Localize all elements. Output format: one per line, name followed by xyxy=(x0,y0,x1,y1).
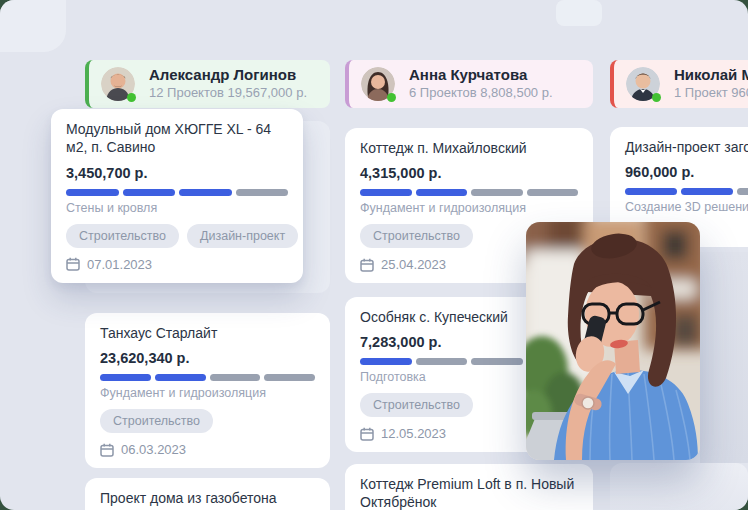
project-card-gazobeton[interactable]: Проект дома из газобетона xyxy=(85,478,330,510)
calendar-icon xyxy=(100,443,114,457)
person-name: Анна Курчатова xyxy=(409,66,553,85)
column-header-alexander[interactable]: Александр Логинов 12 Проектов 19,567,000… xyxy=(85,60,330,108)
project-card-hygge[interactable]: Модульный дом ХЮГГЕ XL - 64 м2, п. Савин… xyxy=(51,109,303,283)
calendar-icon xyxy=(360,258,374,272)
background-decoration xyxy=(556,0,602,26)
status-dot xyxy=(387,93,396,102)
card-date: 07.01.2023 xyxy=(66,257,288,272)
person-name: Николай Мельников xyxy=(674,66,748,85)
kanban-board: Александр Логинов 12 Проектов 19,567,000… xyxy=(0,0,748,510)
calendar-icon xyxy=(360,427,374,441)
tag: Строительство xyxy=(360,393,473,417)
person-summary: 6 Проектов 8,808,500 р. xyxy=(409,85,553,102)
card-amount: 4,315,000 р. xyxy=(360,165,578,181)
project-card-starlight[interactable]: Танхаус Старлайт 23,620,340 р. Фундамент… xyxy=(85,313,330,468)
card-title: Модульный дом ХЮГГЕ XL - 64 м2, п. Савин… xyxy=(66,120,288,157)
photo-woman-on-phone xyxy=(526,222,700,460)
card-stage: Фундамент и гидроизоляция xyxy=(360,201,578,215)
card-stage: Создание 3D решения xyxy=(625,200,748,214)
calendar-icon xyxy=(66,257,80,271)
status-dot xyxy=(652,93,661,102)
card-title: Коттедж п. Михайловский xyxy=(360,139,578,157)
progress-bar xyxy=(360,189,578,196)
avatar xyxy=(361,67,395,101)
project-card-hidden[interactable] xyxy=(610,463,748,510)
person-summary: 1 Проект 960,000 р. xyxy=(674,85,748,102)
avatar xyxy=(101,67,135,101)
person-summary: 12 Проектов 19,567,000 р. xyxy=(149,85,307,102)
progress-bar xyxy=(66,189,288,196)
card-amount: 960,000 р. xyxy=(625,164,748,180)
photo-shadow-panel xyxy=(700,252,748,463)
progress-bar xyxy=(100,374,315,381)
card-amount: 3,450,700 р. xyxy=(66,165,288,181)
tag: Дизайн-проект xyxy=(187,224,298,248)
tag: Строительство xyxy=(100,409,213,433)
tag: Строительство xyxy=(66,224,179,248)
card-date: 06.03.2023 xyxy=(100,442,315,457)
card-amount: 23,620,340 р. xyxy=(100,350,315,366)
card-title: Коттедж Premium Loft в п. Новый Октябрён… xyxy=(360,475,578,510)
card-stage: Фундамент и гидроизоляция xyxy=(100,386,315,400)
avatar xyxy=(626,67,660,101)
person-name: Александр Логинов xyxy=(149,66,307,85)
card-title: Проект дома из газобетона xyxy=(100,489,315,507)
background-decoration xyxy=(0,0,66,52)
card-stage: Стены и кровля xyxy=(66,201,288,215)
column-header-nikolay[interactable]: Николай Мельников 1 Проект 960,000 р. xyxy=(610,60,748,108)
progress-bar xyxy=(625,188,748,195)
project-card-premium-loft[interactable]: Коттедж Premium Loft в п. Новый Октябрён… xyxy=(345,464,593,510)
status-dot xyxy=(127,93,136,102)
column-header-anna[interactable]: Анна Курчатова 6 Проектов 8,808,500 р. xyxy=(345,60,593,108)
tag: Строительство xyxy=(360,224,473,248)
card-title: Танхаус Старлайт xyxy=(100,324,315,342)
card-title: Дизайн-проект загородного дома xyxy=(625,138,748,156)
